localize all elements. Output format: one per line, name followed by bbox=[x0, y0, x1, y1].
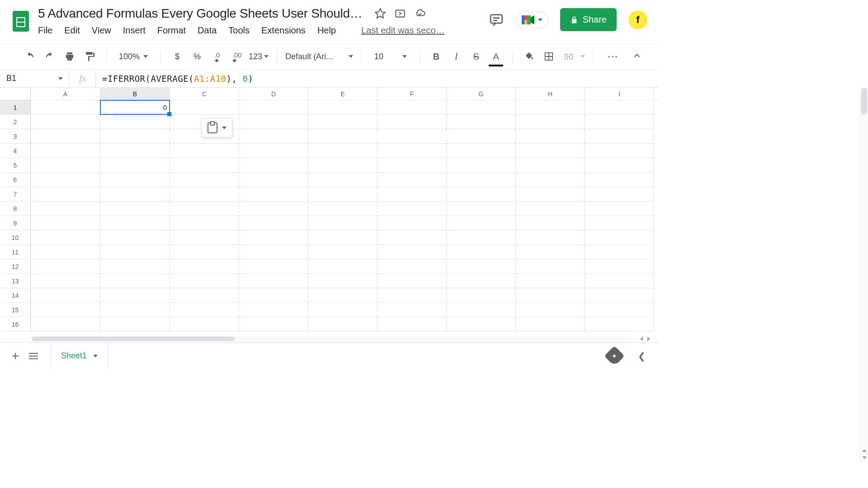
cell[interactable] bbox=[447, 303, 516, 317]
cell[interactable] bbox=[516, 129, 585, 144]
cell[interactable] bbox=[100, 202, 170, 216]
cell[interactable] bbox=[100, 173, 170, 187]
cell[interactable] bbox=[516, 303, 585, 317]
currency-button[interactable]: $ bbox=[169, 48, 185, 65]
meet-button[interactable] bbox=[516, 11, 548, 28]
col-header-B[interactable]: B bbox=[100, 88, 170, 100]
increase-decimal-button[interactable]: .00 bbox=[229, 48, 245, 65]
zoom-selector[interactable]: 100% bbox=[119, 52, 148, 61]
cells-area[interactable]: 0 bbox=[31, 100, 658, 335]
cell[interactable] bbox=[377, 317, 447, 332]
cell[interactable] bbox=[516, 216, 585, 230]
cell[interactable] bbox=[377, 187, 447, 202]
cell[interactable] bbox=[447, 230, 516, 245]
row-header-11[interactable]: 11 bbox=[0, 245, 31, 259]
cell[interactable] bbox=[239, 230, 308, 245]
col-header-E[interactable]: E bbox=[308, 88, 377, 100]
row-header-10[interactable]: 10 bbox=[0, 230, 31, 245]
cell[interactable] bbox=[239, 245, 308, 259]
cell[interactable] bbox=[239, 288, 308, 303]
cell[interactable] bbox=[31, 216, 100, 230]
cell[interactable] bbox=[170, 274, 239, 288]
cell[interactable] bbox=[239, 115, 308, 129]
cell[interactable] bbox=[447, 129, 516, 144]
cell[interactable] bbox=[170, 216, 239, 230]
cell[interactable] bbox=[170, 100, 239, 115]
cell[interactable] bbox=[31, 202, 100, 216]
cloud-icon[interactable] bbox=[414, 8, 426, 19]
cell[interactable] bbox=[308, 158, 377, 173]
col-header-F[interactable]: F bbox=[377, 88, 447, 100]
cell[interactable] bbox=[239, 216, 308, 230]
cell[interactable] bbox=[239, 144, 308, 158]
cell[interactable] bbox=[516, 274, 585, 288]
row-header-3[interactable]: 3 bbox=[0, 129, 31, 144]
cell[interactable] bbox=[516, 259, 585, 274]
row-header-12[interactable]: 12 bbox=[0, 259, 31, 274]
cell[interactable] bbox=[31, 259, 100, 274]
cell[interactable] bbox=[31, 115, 100, 129]
italic-button[interactable]: I bbox=[448, 48, 464, 65]
document-title[interactable]: 5 Advanced Formulas Every Google Sheets … bbox=[38, 6, 363, 21]
cell[interactable] bbox=[585, 274, 654, 288]
menu-extensions[interactable]: Extensions bbox=[261, 25, 306, 36]
cell[interactable] bbox=[100, 288, 170, 303]
more-formats-button[interactable]: 123 bbox=[249, 52, 269, 61]
cell[interactable] bbox=[239, 202, 308, 216]
cell[interactable] bbox=[31, 288, 100, 303]
cell[interactable] bbox=[585, 216, 654, 230]
cell[interactable] bbox=[239, 274, 308, 288]
cell[interactable] bbox=[308, 129, 377, 144]
menu-file[interactable]: File bbox=[38, 25, 52, 36]
menu-edit[interactable]: Edit bbox=[64, 25, 80, 36]
menu-insert[interactable]: Insert bbox=[123, 25, 146, 36]
strikethrough-button[interactable]: S bbox=[468, 48, 484, 65]
cell[interactable] bbox=[308, 173, 377, 187]
bold-button[interactable]: B bbox=[428, 48, 444, 65]
cell[interactable] bbox=[100, 274, 170, 288]
cell[interactable] bbox=[585, 230, 654, 245]
cell[interactable] bbox=[239, 317, 308, 332]
cell[interactable] bbox=[170, 245, 239, 259]
menu-tools[interactable]: Tools bbox=[228, 25, 250, 36]
cell[interactable] bbox=[308, 317, 377, 332]
cell[interactable] bbox=[31, 144, 100, 158]
cell[interactable] bbox=[585, 245, 654, 259]
row-header-5[interactable]: 5 bbox=[0, 158, 31, 173]
side-panel-toggle[interactable]: ❮ bbox=[638, 351, 646, 361]
share-button[interactable]: Share bbox=[560, 8, 617, 31]
row-header-4[interactable]: 4 bbox=[0, 144, 31, 158]
cell[interactable] bbox=[239, 158, 308, 173]
cell[interactable] bbox=[308, 259, 377, 274]
merge-cells-button[interactable] bbox=[561, 48, 577, 65]
row-header-2[interactable]: 2 bbox=[0, 115, 31, 129]
cell[interactable] bbox=[31, 317, 100, 332]
cell[interactable] bbox=[585, 303, 654, 317]
menu-view[interactable]: View bbox=[92, 25, 111, 36]
cell[interactable] bbox=[377, 158, 447, 173]
cell[interactable] bbox=[308, 245, 377, 259]
row-header-16[interactable]: 16 bbox=[0, 317, 31, 332]
menu-help[interactable]: Help bbox=[317, 25, 336, 36]
cell[interactable] bbox=[447, 317, 516, 332]
cell[interactable] bbox=[377, 274, 447, 288]
cell[interactable] bbox=[308, 187, 377, 202]
comment-history-icon[interactable] bbox=[489, 12, 504, 28]
cell[interactable] bbox=[100, 317, 170, 332]
cell[interactable] bbox=[516, 173, 585, 187]
cell[interactable] bbox=[239, 303, 308, 317]
cell[interactable] bbox=[100, 216, 170, 230]
formula-input[interactable]: =IFERROR(AVERAGE(A1:A10), 0) bbox=[96, 74, 658, 84]
cell[interactable] bbox=[308, 274, 377, 288]
explore-button[interactable] bbox=[604, 346, 624, 366]
paste-options-popup[interactable] bbox=[202, 118, 232, 137]
cell[interactable] bbox=[100, 245, 170, 259]
print-button[interactable] bbox=[61, 48, 78, 65]
sheet-tab-sheet1[interactable]: Sheet1 bbox=[51, 345, 108, 367]
cell[interactable] bbox=[377, 288, 447, 303]
row-header-9[interactable]: 9 bbox=[0, 216, 31, 230]
cell[interactable] bbox=[170, 144, 239, 158]
add-sheet-button[interactable]: + bbox=[6, 347, 24, 365]
account-avatar[interactable]: f bbox=[628, 10, 647, 29]
cell[interactable] bbox=[585, 187, 654, 202]
